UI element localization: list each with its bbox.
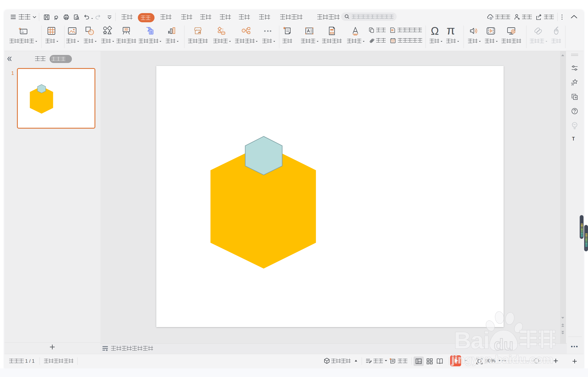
svg-text:jingyan.baidu.com: jingyan.baidu.com xyxy=(451,353,553,366)
svg-text:3D: 3D xyxy=(124,28,128,31)
svg-text:Bai: Bai xyxy=(454,327,489,354)
svg-text:du: du xyxy=(494,335,513,353)
